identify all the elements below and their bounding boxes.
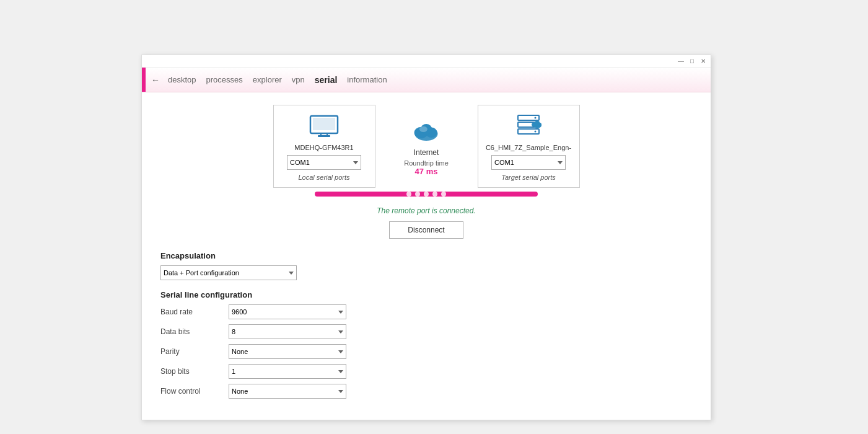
serial-config-title: Serial line configuration: [160, 290, 692, 299]
svg-rect-3: [318, 135, 330, 137]
server-svg: [513, 114, 544, 139]
nav-item-explorer[interactable]: explorer: [253, 73, 282, 87]
connection-dot-1: [406, 192, 411, 197]
back-button[interactable]: ←: [149, 74, 162, 86]
connection-dot-3: [424, 192, 429, 197]
flow-control-select[interactable]: None XON/XOFF RTS/CTS DSR/DTR: [229, 384, 346, 399]
local-device-icon: [309, 114, 340, 139]
nav-accent: [142, 68, 146, 92]
monitor-icon: [309, 115, 340, 138]
flow-control-group: Flow control None XON/XOFF RTS/CTS DSR/D…: [160, 384, 692, 399]
stop-bits-label: Stop bits: [160, 367, 229, 376]
baud-rate-select[interactable]: 9600 1200 2400 4800 19200 38400 57600 11…: [229, 304, 346, 319]
data-bits-select[interactable]: 8 5 6 7: [229, 324, 346, 339]
encapsulation-group: Data + Port configuration Data only: [160, 265, 692, 280]
local-device-card: MDEHQ-GFM43R1 COM1 COM2 COM3 Local seria…: [273, 105, 375, 188]
nav-item-vpn[interactable]: vpn: [292, 73, 305, 87]
local-device-name: MDEHQ-GFM43R1: [294, 144, 353, 151]
baud-rate-group: Baud rate 9600 1200 2400 4800 19200 3840…: [160, 304, 692, 319]
connection-bar-area: [315, 192, 538, 199]
local-device-label: Local serial ports: [298, 174, 349, 181]
remote-device-label: Target serial ports: [501, 174, 556, 181]
connection-dot-5: [441, 192, 446, 197]
cloud-icon: [411, 120, 442, 144]
nav-bar: ← desktop processes explorer vpn serial …: [142, 68, 711, 92]
close-button[interactable]: ✕: [698, 57, 708, 66]
encapsulation-title: Encapsulation: [160, 251, 692, 260]
svg-point-12: [535, 117, 537, 119]
connection-dot-2: [415, 192, 420, 197]
remote-device-card: C6_HMI_7Z_Sample_Engn- COM1 COM2 COM3 Ta…: [478, 105, 580, 188]
parity-label: Parity: [160, 347, 229, 356]
stop-bits-group: Stop bits 1 1.5 2: [160, 364, 692, 379]
flow-control-label: Flow control: [160, 387, 229, 396]
stop-bits-select[interactable]: 1 1.5 2: [229, 364, 346, 379]
roundtrip-label: Roundtrip time: [404, 159, 449, 167]
maximize-button[interactable]: □: [687, 57, 697, 66]
svg-point-18: [535, 121, 540, 125]
nav-item-information[interactable]: information: [347, 73, 387, 87]
parity-group: Parity None Even Odd Mark Space: [160, 344, 692, 359]
minimize-button[interactable]: —: [676, 57, 686, 66]
local-port-select[interactable]: COM1 COM2 COM3: [287, 155, 361, 170]
svg-rect-1: [313, 118, 335, 130]
parity-select[interactable]: None Even Odd Mark Space: [229, 344, 346, 359]
roundtrip-value: 47 ms: [415, 167, 438, 176]
devices-area: MDEHQ-GFM43R1 COM1 COM2 COM3 Local seria…: [160, 105, 692, 204]
cards-row: MDEHQ-GFM43R1 COM1 COM2 COM3 Local seria…: [273, 105, 580, 188]
cloud-svg: [411, 120, 442, 144]
svg-point-8: [419, 126, 427, 131]
connection-dot-4: [432, 192, 437, 197]
remote-port-select[interactable]: COM1 COM2 COM3: [491, 155, 566, 170]
nav-item-processes[interactable]: processes: [206, 73, 243, 87]
connection-status: The remote port is connected.: [160, 206, 692, 215]
title-bar: — □ ✕: [142, 55, 711, 68]
baud-rate-label: Baud rate: [160, 308, 229, 316]
disconnect-button[interactable]: Disconnect: [389, 221, 463, 239]
nav-item-desktop[interactable]: desktop: [168, 73, 196, 87]
content-area: MDEHQ-GFM43R1 COM1 COM2 COM3 Local seria…: [142, 92, 711, 420]
svg-point-14: [535, 131, 537, 133]
data-bits-group: Data bits 8 5 6 7: [160, 324, 692, 339]
nav-item-serial[interactable]: serial: [315, 73, 338, 87]
internet-card: Internet Roundtrip time 47 ms: [375, 111, 478, 182]
main-window: — □ ✕ ← desktop processes explorer vpn s…: [141, 55, 711, 420]
encapsulation-select[interactable]: Data + Port configuration Data only: [160, 265, 297, 280]
internet-name: Internet: [414, 148, 439, 157]
remote-device-name: C6_HMI_7Z_Sample_Engn-: [486, 144, 571, 151]
nav-items: desktop processes explorer vpn serial in…: [168, 73, 387, 87]
data-bits-label: Data bits: [160, 327, 229, 336]
connection-bar: [315, 192, 538, 197]
server-icon: [513, 114, 544, 139]
